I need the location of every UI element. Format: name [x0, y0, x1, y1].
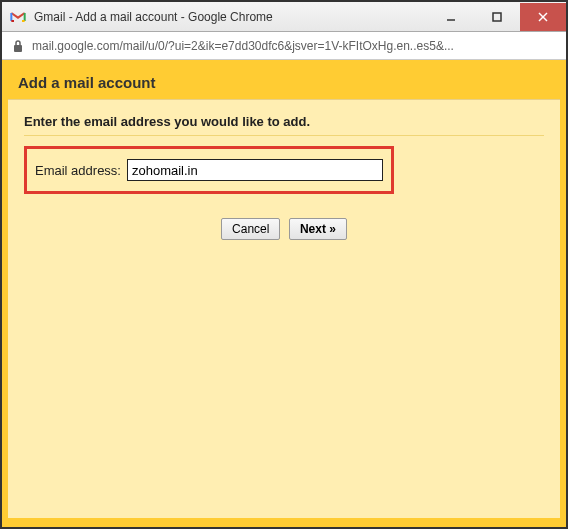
- url-text: mail.google.com/mail/u/0/?ui=2&ik=e7dd30…: [32, 39, 454, 53]
- next-button[interactable]: Next »: [289, 218, 347, 240]
- form-panel: Enter the email address you would like t…: [8, 99, 560, 518]
- svg-rect-4: [14, 45, 22, 52]
- email-label: Email address:: [35, 163, 121, 178]
- button-row: Cancel Next »: [24, 218, 544, 240]
- minimize-button[interactable]: [428, 3, 474, 31]
- email-field-highlight: Email address:: [24, 146, 394, 194]
- cancel-button[interactable]: Cancel: [221, 218, 280, 240]
- gmail-icon: [10, 9, 26, 25]
- close-button[interactable]: [520, 3, 566, 31]
- instruction-text: Enter the email address you would like t…: [24, 114, 544, 129]
- svg-rect-1: [493, 13, 501, 21]
- maximize-button[interactable]: [474, 3, 520, 31]
- window-title: Gmail - Add a mail account - Google Chro…: [34, 10, 428, 24]
- window-titlebar: Gmail - Add a mail account - Google Chro…: [2, 2, 566, 32]
- address-bar[interactable]: mail.google.com/mail/u/0/?ui=2&ik=e7dd30…: [2, 32, 566, 60]
- email-input[interactable]: [127, 159, 383, 181]
- lock-icon: [12, 39, 24, 53]
- content-area: Add a mail account Enter the email addre…: [2, 60, 566, 527]
- page-heading: Add a mail account: [8, 64, 560, 99]
- divider: [24, 135, 544, 136]
